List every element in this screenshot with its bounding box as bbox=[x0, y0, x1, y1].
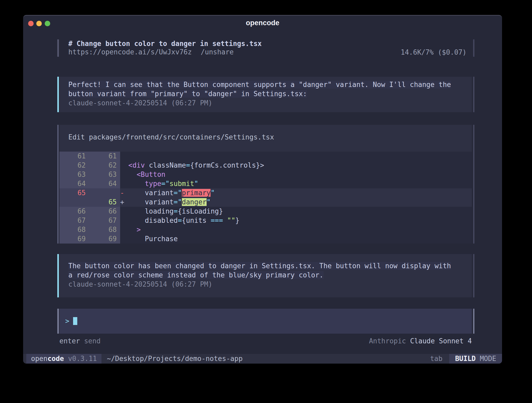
screen: opencode # Change button color to danger… bbox=[0, 0, 532, 403]
new-line-number: 64 bbox=[86, 179, 117, 188]
app-version-segment: opencode v0.3.11 bbox=[26, 354, 101, 364]
old-line-number: 61 bbox=[59, 152, 86, 161]
diff-code: type="submit" bbox=[120, 179, 472, 188]
session-title: # Change button color to danger in setti… bbox=[68, 39, 472, 48]
diff-line: 6868 > bbox=[59, 225, 472, 234]
old-line-number: 65 bbox=[59, 188, 86, 198]
old-line-number bbox=[59, 198, 86, 207]
new-line-number bbox=[86, 188, 117, 198]
diff-code: - variant="primary" bbox=[120, 188, 472, 198]
model-indicator: Anthropic Claude Sonnet 4 bbox=[369, 337, 472, 346]
diff-code: <Button bbox=[120, 170, 472, 179]
diff-line: 6767 disabled={units === ""} bbox=[59, 216, 472, 225]
diff-edge-line bbox=[473, 125, 474, 244]
new-line-number: 69 bbox=[86, 234, 117, 244]
message-meta: claude-sonnet-4-20250514 (06:27 PM) bbox=[68, 280, 464, 289]
diff-code: disabled={units === ""} bbox=[120, 216, 472, 225]
edit-diff-card: Edit packages/frontend/src/containers/Se… bbox=[57, 125, 474, 244]
diff-code: <div className={formCs.controls}> bbox=[120, 161, 472, 170]
diff-line: 65- variant="primary" bbox=[59, 188, 472, 198]
diff-file-header: Edit packages/frontend/src/containers/Se… bbox=[59, 125, 472, 152]
diff-line: 6161 bbox=[59, 152, 472, 161]
prompt-input-block: > bbox=[57, 309, 474, 334]
share-url-link[interactable]: https://opencode.ai/s/UwJxv76z bbox=[68, 48, 192, 56]
diff-code: Purchase bbox=[120, 234, 472, 244]
diff-line: 6666 loading={isLoading} bbox=[59, 207, 472, 216]
session-header: # Change button color to danger in setti… bbox=[57, 39, 474, 57]
message-meta: claude-sonnet-4-20250514 (06:27 PM) bbox=[68, 99, 464, 108]
working-directory: ~/Desktop/Projects/demo-notes-app bbox=[107, 354, 243, 364]
new-line-number: 68 bbox=[86, 225, 117, 234]
new-line-number: 62 bbox=[86, 161, 117, 170]
old-line-number: 67 bbox=[59, 216, 86, 225]
diff-line: 6464 type="submit" bbox=[59, 179, 472, 188]
session-header-accent-bar bbox=[57, 39, 59, 57]
input-right-edge-line bbox=[473, 309, 474, 334]
old-line-number: 68 bbox=[59, 225, 86, 234]
titlebar: opencode bbox=[23, 16, 502, 29]
prompt-chevron: > bbox=[65, 317, 69, 325]
new-line-number: 67 bbox=[86, 216, 117, 225]
session-header-edge-line bbox=[473, 39, 474, 57]
message-edge-line bbox=[473, 77, 474, 112]
new-line-number: 61 bbox=[86, 152, 117, 161]
diff-code: loading={isLoading} bbox=[120, 207, 472, 216]
unshare-action[interactable]: /unshare bbox=[201, 48, 234, 56]
message-text: Perfect! I can see that the Button compo… bbox=[68, 80, 455, 99]
assistant-message: Perfect! I can see that the Button compo… bbox=[57, 77, 474, 112]
hint-row: enter send Anthropic Claude Sonnet 4 bbox=[57, 337, 474, 346]
assistant-message: The button color has been changed to dan… bbox=[57, 254, 474, 297]
diff-line: 6363 <Button bbox=[59, 170, 472, 179]
diff-code: > bbox=[120, 225, 472, 234]
token-usage-stats: 14.6K/7% ($0.07) bbox=[401, 48, 467, 57]
new-line-number: 66 bbox=[86, 207, 117, 216]
diff-line: 65+ variant="danger" bbox=[59, 198, 472, 207]
diff-code bbox=[120, 152, 472, 161]
old-line-number: 64 bbox=[59, 179, 86, 188]
prompt-input[interactable]: > bbox=[59, 309, 472, 334]
new-line-number: 63 bbox=[86, 170, 117, 179]
message-text: The button color has been changed to dan… bbox=[68, 261, 455, 280]
window-title: opencode bbox=[23, 19, 502, 27]
message-accent-bar bbox=[57, 254, 59, 297]
diff-rows: 61616262 <div className={formCs.controls… bbox=[59, 152, 472, 244]
old-line-number: 69 bbox=[59, 234, 86, 244]
text-cursor bbox=[73, 317, 77, 325]
input-left-edge-line bbox=[57, 309, 59, 334]
diff-line: 6262 <div className={formCs.controls}> bbox=[59, 161, 472, 170]
opencode-window: opencode # Change button color to danger… bbox=[23, 15, 502, 363]
tab-key-hint[interactable]: tab bbox=[430, 354, 442, 364]
message-edge-line bbox=[473, 254, 474, 297]
status-bar: opencode v0.3.11 ~/Desktop/Projects/demo… bbox=[23, 354, 502, 364]
diff-line: 6969 Purchase bbox=[59, 234, 472, 244]
mode-toggle[interactable]: BUILD MODE bbox=[449, 354, 502, 364]
diff-code: + variant="danger" bbox=[120, 198, 472, 207]
new-line-number: 65 bbox=[86, 198, 117, 207]
message-accent-bar bbox=[57, 77, 59, 112]
send-hint: enter send bbox=[59, 337, 101, 346]
old-line-number: 66 bbox=[59, 207, 86, 216]
diff-accent-bar bbox=[57, 125, 59, 244]
old-line-number: 63 bbox=[59, 170, 86, 179]
old-line-number: 62 bbox=[59, 161, 86, 170]
